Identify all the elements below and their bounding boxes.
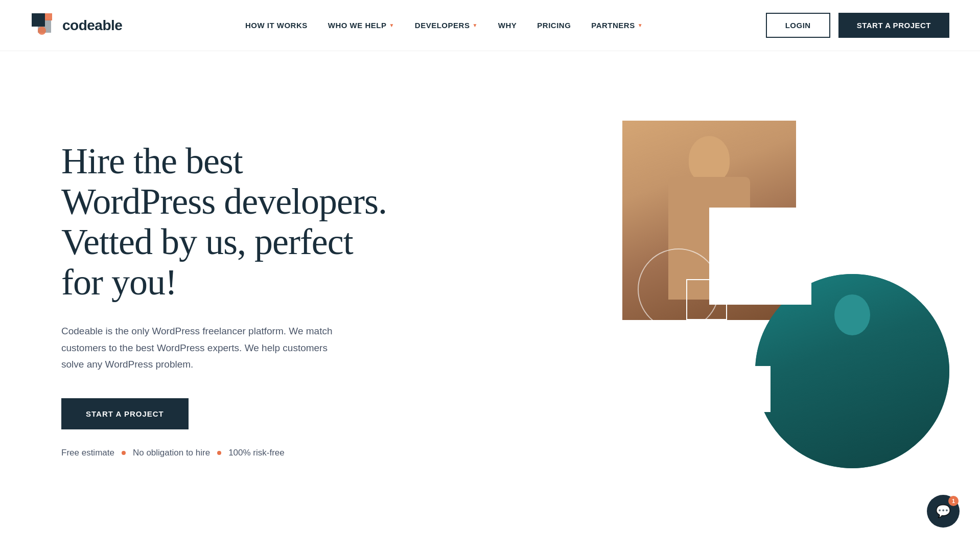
chat-widget[interactable]: 💬 1 xyxy=(927,495,960,528)
hero-content: Hire the best WordPress developers. Vett… xyxy=(61,141,393,459)
chevron-down-icon: ▼ xyxy=(472,22,477,28)
header-actions: LOGIN START A PROJECT xyxy=(766,13,949,38)
hero-section: Hire the best WordPress developers. Vett… xyxy=(0,51,980,548)
svg-point-3 xyxy=(38,27,46,35)
main-nav: HOW IT WORKS WHO WE HELP ▼ DEVELOPERS ▼ … xyxy=(245,21,643,30)
hero-subtitle: Codeable is the only WordPress freelance… xyxy=(61,323,337,373)
nav-why[interactable]: WHY xyxy=(498,21,517,30)
circle-outline-decoration xyxy=(638,248,719,330)
nav-developers[interactable]: DEVELOPERS ▼ xyxy=(415,21,478,30)
chat-icon: 💬 xyxy=(936,504,951,518)
hero-features: Free estimate No obligation to hire 100%… xyxy=(61,448,393,458)
hero-image-area xyxy=(592,121,949,478)
dot-separator-1 xyxy=(122,451,126,455)
feature-risk-free: 100% risk-free xyxy=(228,448,285,458)
chat-badge: 1 xyxy=(948,496,959,506)
dot-separator-2 xyxy=(217,451,221,455)
svg-rect-2 xyxy=(45,13,52,20)
start-project-hero-button[interactable]: START A PROJECT xyxy=(61,398,189,429)
chevron-down-icon: ▼ xyxy=(389,22,394,28)
nav-who-we-help[interactable]: WHO WE HELP ▼ xyxy=(328,21,394,30)
feature-free-estimate: Free estimate xyxy=(61,448,114,458)
site-header: codeable HOW IT WORKS WHO WE HELP ▼ DEVE… xyxy=(0,0,980,51)
logo-icon xyxy=(31,12,57,39)
nav-how-it-works[interactable]: HOW IT WORKS xyxy=(245,21,308,30)
nav-pricing[interactable]: PRICING xyxy=(537,21,571,30)
chevron-down-icon: ▼ xyxy=(638,22,643,28)
feature-no-obligation: No obligation to hire xyxy=(133,448,210,458)
white-rect-overlay-bottom xyxy=(709,366,771,412)
nav-partners[interactable]: PARTNERS ▼ xyxy=(591,21,643,30)
logo-text: codeable xyxy=(62,17,122,34)
start-project-nav-button[interactable]: START A PROJECT xyxy=(838,13,949,38)
hero-title: Hire the best WordPress developers. Vett… xyxy=(61,141,393,303)
login-button[interactable]: LOGIN xyxy=(766,13,830,38)
logo-link[interactable]: codeable xyxy=(31,12,122,39)
